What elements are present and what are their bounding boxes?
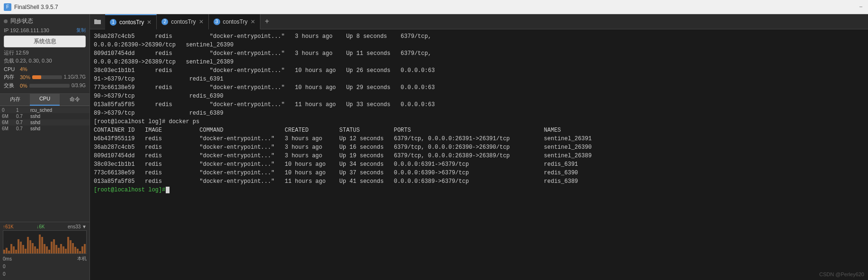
app-title: FinalShell 3.9.5.7: [14, 4, 858, 10]
host-label: 本机: [77, 255, 87, 262]
swap-progress-bar: [29, 84, 70, 88]
main-container: 同步状态 IP 192.168.111.130 复制 系统信息 运行 12:59…: [0, 14, 868, 280]
sidebar-tabs: 内存 CPU 命令: [0, 94, 89, 106]
proc-name: sshd: [30, 120, 88, 125]
proc-pid: 0: [2, 108, 16, 113]
sync-dot: [4, 19, 8, 23]
sync-status: 同步状态: [4, 17, 86, 25]
terminal-line: 36ab287c4cb5 redis "docker-entrypoint...…: [94, 143, 864, 152]
proc-pid: 6M: [2, 126, 16, 131]
sync-label: 同步状态: [10, 17, 33, 25]
list-item: 6M 0.7 sshd: [0, 113, 89, 119]
swap-label: 交换: [4, 82, 18, 89]
terminal-line: 809d107454dd redis "docker-entrypoint...…: [94, 49, 864, 58]
swap-stat-row: 交换 0% 0/3.9G: [4, 82, 86, 89]
sidebar-top: 同步状态 IP 192.168.111.130 复制 系统信息 运行 12:59…: [0, 14, 89, 94]
copy-button[interactable]: 复制: [76, 27, 86, 34]
swap-detail: 0/3.9G: [72, 83, 86, 88]
terminal-line: b6b43f955119 redis "docker-entrypoint...…: [94, 135, 864, 143]
swap-value: 0%: [20, 83, 27, 89]
terminal-line: 773c66138e59 redis "docker-entrypoint...…: [94, 169, 864, 177]
sidebar-tab-cpu[interactable]: CPU: [30, 94, 60, 106]
tab-1-number: 1: [110, 19, 116, 26]
process-list: 0 1 rcu_sched 6M 0.7 sshd 6M 0.7 sshd 6M…: [0, 106, 89, 222]
terminal-line: 36ab287c4cb5 redis "docker-entrypoint...…: [94, 32, 864, 41]
net-download: ↓6K: [36, 224, 45, 229]
content-wrapper: 36ab287c4cb5 redis "docker-entrypoint...…: [90, 29, 868, 280]
terminal-line: 38c03ec1b1b1 redis "docker-entrypoint...…: [94, 160, 864, 169]
terminal-line: CONTAINER ID IMAGE COMMAND CREATED STATU…: [94, 126, 864, 135]
terminal-cursor: [166, 187, 170, 193]
tab-2-close[interactable]: ✕: [199, 19, 204, 25]
terminal[interactable]: 36ab287c4cb5 redis "docker-entrypoint...…: [90, 29, 868, 280]
minimize-button[interactable]: —: [858, 4, 864, 10]
net-upload: ↑61K: [3, 224, 14, 229]
ms-value: 0ms: [3, 256, 12, 262]
sidebar-tab-memory[interactable]: 内存: [0, 94, 30, 106]
terminal-line: 013a85fa5f85 redis "docker-entrypoint...…: [94, 100, 864, 109]
tab-2-label: contosTry: [171, 18, 196, 25]
proc-name: rcu_sched: [30, 108, 88, 113]
mem-stat-row: 内存 30% 1.1G/3.7G: [4, 73, 86, 81]
sys-info-button[interactable]: 系统信息: [4, 36, 86, 47]
list-item: 0 1 rcu_sched: [0, 107, 89, 113]
folder-icon[interactable]: [90, 14, 105, 29]
app-icon: F: [4, 3, 11, 11]
mem-label: 内存: [4, 73, 18, 81]
run-time: 运行 12:59: [4, 49, 86, 56]
tab-2[interactable]: 2 contosTry ✕: [157, 14, 208, 29]
terminal-line: [root@localhost log]# docker ps: [94, 117, 864, 126]
tab-1-close[interactable]: ✕: [147, 19, 152, 25]
tab-2-number: 2: [161, 18, 168, 25]
proc-pid: 6M: [2, 120, 16, 125]
network-graph: [3, 230, 87, 254]
tab-3-close[interactable]: ✕: [251, 19, 255, 25]
terminal-prompt: [root@localhost log]#: [94, 186, 165, 194]
ip-row: IP 192.168.111.130 复制: [4, 27, 86, 34]
terminal-line: 773c66138e59 redis "docker-entrypoint...…: [94, 83, 864, 92]
proc-cpu: 1: [16, 108, 30, 113]
proc-cpu: 0.7: [16, 120, 30, 125]
terminal-line: 89->6379/tcp redis_6389: [94, 109, 864, 117]
terminal-line: 38c03ec1b1b1 redis "docker-entrypoint...…: [94, 66, 864, 75]
watermark: CSDN @Perley620: [819, 271, 864, 277]
tab-3-label: contosTry: [223, 18, 248, 25]
proc-name: sshd: [30, 114, 88, 119]
terminal-line: 0.0.0.0:26390->26390/tcp sentinel_26390: [94, 41, 864, 49]
terminal-line: 91->6379/tcp redis_6391: [94, 75, 864, 83]
sidebar-tab-command[interactable]: 命令: [60, 94, 89, 106]
cpu-stat-row: CPU 4%: [4, 66, 86, 72]
list-item: 6M 0.7 sshd: [0, 119, 89, 126]
window-controls: —: [858, 4, 864, 10]
mem-progress-bar: [32, 75, 62, 79]
terminal-line: 0.0.0.0:26389->26389/tcp sentinel_26389: [94, 58, 864, 66]
proc-cpu: 0.7: [16, 126, 30, 131]
network-stats: ↑61K ↓6K ens33 ▼: [3, 224, 87, 229]
mem-detail: 1.1G/3.7G: [64, 74, 86, 80]
load-text: 负载 0.23, 0.30, 0.30: [4, 57, 86, 64]
terminal-prompt-line: [root@localhost log]#: [94, 186, 864, 194]
zero-rows: 0 0: [3, 263, 87, 278]
tab-3[interactable]: 3 contosTry ✕: [209, 14, 260, 29]
ip-address: IP 192.168.111.130: [4, 27, 49, 33]
zero-1: 0: [3, 263, 87, 271]
tab-3-number: 3: [214, 18, 220, 25]
list-item: 6M 0.7 sshd: [0, 126, 89, 132]
zero-2: 0: [3, 271, 87, 278]
terminal-line: 90->6379/tcp redis_6390: [94, 92, 864, 100]
proc-cpu: 0.7: [16, 114, 30, 119]
terminal-line: 013a85fa5f85 redis "docker-entrypoint...…: [94, 177, 864, 186]
mem-progress-fill: [32, 75, 41, 79]
network-section: ↑61K ↓6K ens33 ▼ 0ms 本机 0 0: [0, 222, 89, 280]
tab-bar: 1 contosTry ✕ 2 contosTry ✕ 3 contosTry …: [90, 14, 868, 29]
add-tab-button[interactable]: +: [260, 15, 274, 28]
cpu-label: CPU: [4, 66, 18, 72]
sidebar: 同步状态 IP 192.168.111.130 复制 系统信息 运行 12:59…: [0, 14, 90, 280]
title-bar: F FinalShell 3.9.5.7 —: [0, 0, 868, 14]
terminal-line: 809d107454dd redis "docker-entrypoint...…: [94, 152, 864, 160]
tab-1[interactable]: 1 contosTry ✕: [105, 14, 157, 29]
cpu-value: 4%: [20, 66, 27, 72]
ms-row: 0ms 本机: [3, 255, 87, 262]
proc-name: sshd: [30, 126, 88, 131]
net-interface: ens33 ▼: [68, 224, 87, 229]
